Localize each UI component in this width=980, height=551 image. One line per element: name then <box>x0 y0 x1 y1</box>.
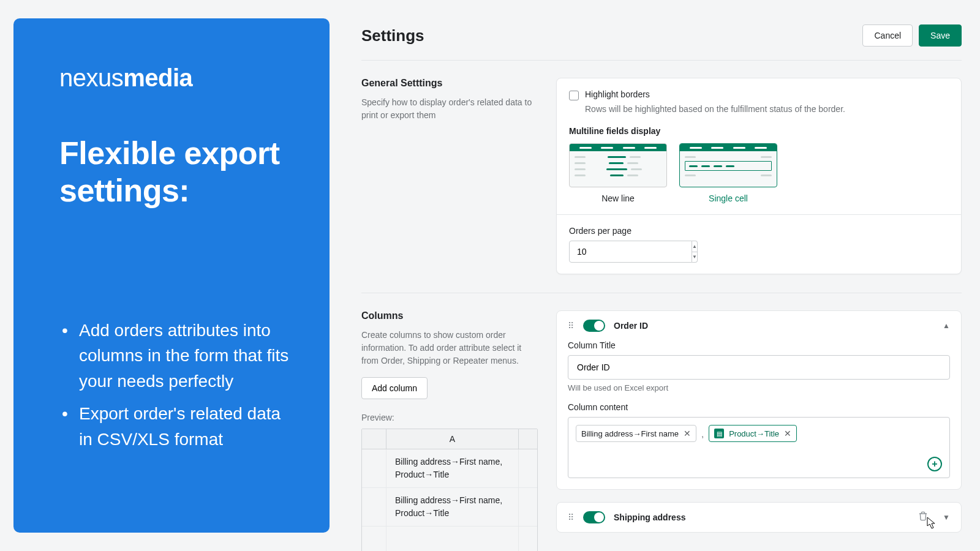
highlight-description: Rows will be highlighted based on the fu… <box>585 104 949 114</box>
orders-per-page-input[interactable] <box>569 241 692 263</box>
column-title-input[interactable] <box>568 355 950 380</box>
promo-card: nexusmedia Flexible export settings: Add… <box>13 18 330 533</box>
orders-per-page-input-wrap: ▲ ▼ <box>569 241 661 263</box>
column-content-label: Column content <box>568 402 950 412</box>
preview-cell: Billing address→First name, Product→Titl… <box>386 488 519 526</box>
column-card-shipping-address: ⠿ Shipping address ▼ <box>556 502 962 533</box>
promo-bullet: Export order's related data in CSV/XLS f… <box>59 401 293 452</box>
content-tag-product-title[interactable]: ▤ Product→Title ✕ <box>709 425 797 442</box>
column-card-order-id: ⠿ Order ID ▲ Column Title Will be used o… <box>556 310 962 490</box>
add-attribute-icon[interactable]: + <box>927 457 942 471</box>
column-name: Order ID <box>614 321 934 331</box>
section-heading: General Setttings <box>361 78 538 89</box>
section-info: General Setttings Specify how to display… <box>361 78 538 274</box>
option-single-cell-preview <box>679 143 777 187</box>
brand-logo: nexusmedia <box>59 64 293 92</box>
cancel-button[interactable]: Cancel <box>862 24 913 47</box>
promo-bullets: Add orders attributes into columns in th… <box>59 318 293 459</box>
tag-separator: , <box>701 429 704 439</box>
preview-col-header: A <box>386 429 519 449</box>
section-description: Specify how to display order's related d… <box>361 96 538 122</box>
column-title-hint: Will be used on Excel export <box>568 383 950 392</box>
trash-icon[interactable] <box>918 511 928 523</box>
action-buttons: Cancel Save <box>862 24 962 47</box>
stepper-down-icon[interactable]: ▼ <box>692 252 697 263</box>
option-new-line[interactable]: New line <box>569 143 667 203</box>
drag-handle-icon[interactable]: ⠿ <box>568 512 575 522</box>
option-single-cell-label: Single cell <box>709 193 748 203</box>
preview-cell: Billing address→First name, Product→Titl… <box>386 449 519 487</box>
page-title: Settings <box>361 26 424 45</box>
main-content: Settings Cancel Save General Setttings S… <box>343 0 980 551</box>
brand-bold: media <box>123 64 192 91</box>
column-enabled-toggle[interactable] <box>583 511 605 523</box>
section-info: Columns Create columns to show custom or… <box>361 310 538 551</box>
tag-label: Billing address→First name <box>581 429 679 438</box>
save-button[interactable]: Save <box>919 24 962 47</box>
repeater-icon: ▤ <box>714 429 724 438</box>
promo-sidebar: nexusmedia Flexible export settings: Add… <box>0 0 343 551</box>
section-description: Create columns to show custom order info… <box>361 329 538 367</box>
preview-table: A Billing address→First name, Product→Ti… <box>361 429 538 551</box>
tag-label: Product→Title <box>729 429 779 438</box>
content-tag-billing-first-name[interactable]: Billing address→First name ✕ <box>576 425 696 442</box>
column-content-box[interactable]: Billing address→First name ✕ , ▤ Product… <box>568 417 950 478</box>
orders-per-page-label: Orders per page <box>569 226 949 236</box>
multiline-label: Multiline fields display <box>569 126 949 136</box>
collapse-icon[interactable]: ▲ <box>943 321 950 330</box>
option-new-line-preview <box>569 143 667 187</box>
column-enabled-toggle[interactable] <box>583 320 605 332</box>
promo-bullet: Add orders attributes into columns in th… <box>59 318 293 394</box>
highlight-checkbox[interactable] <box>569 91 579 100</box>
option-new-line-label: New line <box>601 193 635 203</box>
section-heading: Columns <box>361 310 538 321</box>
close-icon[interactable]: ✕ <box>784 429 791 438</box>
brand-light: nexus <box>59 64 123 91</box>
topbar: Settings Cancel Save <box>361 24 962 61</box>
column-name: Shipping address <box>614 512 910 522</box>
highlight-label: Highlight borders <box>585 89 650 99</box>
promo-headline: Flexible export settings: <box>59 135 293 210</box>
option-single-cell[interactable]: Single cell <box>679 143 777 203</box>
general-section: General Setttings Specify how to display… <box>361 61 962 293</box>
expand-icon[interactable]: ▼ <box>943 513 950 522</box>
drag-handle-icon[interactable]: ⠿ <box>568 321 575 331</box>
preview-label: Preview: <box>361 413 538 422</box>
column-title-label: Column Title <box>568 340 950 350</box>
general-card: Highlight borders Rows will be highlight… <box>556 78 962 274</box>
add-column-button[interactable]: Add column <box>361 377 428 399</box>
close-icon[interactable]: ✕ <box>684 429 691 438</box>
columns-section: Columns Create columns to show custom or… <box>361 293 962 551</box>
stepper-up-icon[interactable]: ▲ <box>692 241 697 252</box>
